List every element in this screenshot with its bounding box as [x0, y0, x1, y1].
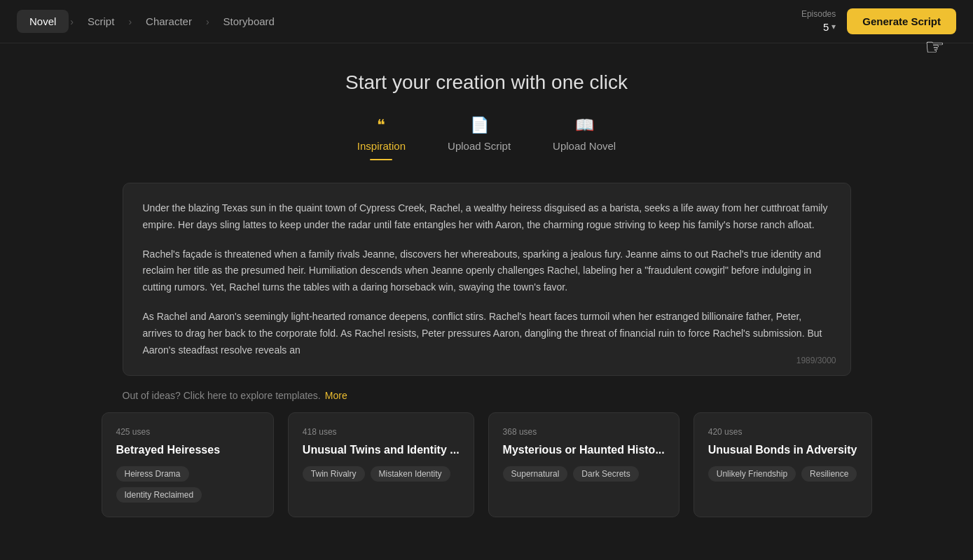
nav-chevron-2: ›	[128, 16, 132, 27]
tab-upload-script-label: Upload Script	[448, 140, 511, 152]
upload-novel-icon: 📖	[575, 116, 594, 134]
card-unusual-twins[interactable]: 418 uses Unusual Twins and Identity ... …	[288, 412, 474, 517]
episodes-count[interactable]: 5 ▾	[823, 20, 836, 34]
episodes-number: 5	[823, 20, 829, 34]
tab-upload-novel-underline	[573, 159, 595, 160]
tab-inspiration-underline	[370, 159, 392, 160]
card-1-tag-1: Identity Reclaimed	[116, 487, 202, 503]
card-1-tag-0: Heiress Drama	[116, 466, 189, 482]
card-1-title: Betrayed Heiresses	[116, 444, 259, 456]
card-mysterious-haunted[interactable]: 368 uses Mysterious or Haunted Histo... …	[488, 412, 679, 517]
template-row: Out of ideas? Click here to explore temp…	[123, 390, 851, 401]
tabs-row: ❝ Inspiration 📄 Upload Script 📖 Upload N…	[357, 116, 616, 160]
page-title: Start your creation with one click	[345, 71, 628, 94]
nav-step-character[interactable]: Character	[133, 10, 205, 33]
card-4-tags: Unlikely Friendship Resilience	[708, 466, 857, 482]
nav-step-novel-label: Novel	[29, 15, 56, 27]
generate-script-button[interactable]: Generate Script	[847, 8, 956, 34]
text-paragraph-3: As Rachel and Aaron's seemingly light-he…	[143, 309, 831, 358]
top-nav: Novel › Script › Character › Storyboard …	[0, 0, 973, 43]
card-4-tag-1: Resilience	[801, 466, 857, 482]
card-unusual-bonds[interactable]: 420 uses Unusual Bonds in Adversity Unli…	[693, 412, 872, 517]
main-content: Start your creation with one click ❝ Ins…	[0, 43, 973, 517]
nav-step-script-label: Script	[88, 15, 114, 27]
nav-chevron-1: ›	[70, 16, 74, 27]
card-1-tags: Heiress Drama Identity Reclaimed	[116, 466, 259, 503]
episodes-block: Episodes 5 ▾	[801, 9, 836, 34]
card-2-title: Unusual Twins and Identity ...	[303, 444, 460, 456]
card-4-tag-0: Unlikely Friendship	[708, 466, 796, 482]
card-2-tags: Twin Rivalry Mistaken Identity	[303, 466, 460, 482]
nav-steps: Novel › Script › Character › Storyboard	[17, 10, 287, 33]
card-4-title: Unusual Bonds in Adversity	[708, 444, 857, 456]
upload-script-icon: 📄	[470, 116, 489, 134]
tab-inspiration-label: Inspiration	[357, 140, 406, 152]
card-4-uses: 420 uses	[708, 427, 857, 437]
tab-inspiration[interactable]: ❝ Inspiration	[357, 116, 406, 160]
text-paragraph-2: Rachel's façade is threatened when a fam…	[143, 246, 831, 296]
char-count: 1989/3000	[796, 356, 836, 365]
card-3-title: Mysterious or Haunted Histo...	[503, 444, 665, 456]
template-text: Out of ideas? Click here to explore temp…	[123, 390, 321, 401]
nav-step-storyboard-label: Storyboard	[223, 15, 275, 27]
tab-upload-novel-label: Upload Novel	[553, 140, 616, 152]
nav-right: Episodes 5 ▾ Generate Script	[801, 8, 956, 34]
template-more-button[interactable]: More	[325, 390, 347, 401]
nav-chevron-3: ›	[206, 16, 209, 27]
inspiration-text-box[interactable]: Under the blazing Texas sun in the quain…	[123, 183, 851, 376]
card-3-tags: Supernatural Dark Secrets	[503, 466, 665, 482]
card-3-tag-0: Supernatural	[503, 466, 568, 482]
nav-step-character-label: Character	[146, 15, 192, 27]
inspiration-icon: ❝	[377, 116, 385, 134]
episodes-label: Episodes	[801, 9, 836, 20]
card-1-uses: 425 uses	[116, 427, 259, 437]
card-3-uses: 368 uses	[503, 427, 665, 437]
card-betrayed-heiresses[interactable]: 425 uses Betrayed Heiresses Heiress Dram…	[102, 412, 274, 517]
tab-upload-script[interactable]: 📄 Upload Script	[448, 116, 511, 160]
nav-step-storyboard[interactable]: Storyboard	[211, 10, 287, 33]
card-3-tag-1: Dark Secrets	[573, 466, 638, 482]
episodes-chevron-icon: ▾	[831, 22, 836, 33]
cards-row: 425 uses Betrayed Heiresses Heiress Dram…	[102, 412, 872, 517]
tab-upload-script-underline	[468, 159, 490, 160]
nav-step-script[interactable]: Script	[75, 10, 127, 33]
text-paragraph-1: Under the blazing Texas sun in the quain…	[143, 200, 831, 234]
card-2-tag-1: Mistaken Identity	[371, 466, 450, 482]
nav-step-novel[interactable]: Novel	[17, 10, 69, 33]
tab-upload-novel[interactable]: 📖 Upload Novel	[553, 116, 616, 160]
card-2-uses: 418 uses	[303, 427, 460, 437]
card-2-tag-0: Twin Rivalry	[303, 466, 365, 482]
